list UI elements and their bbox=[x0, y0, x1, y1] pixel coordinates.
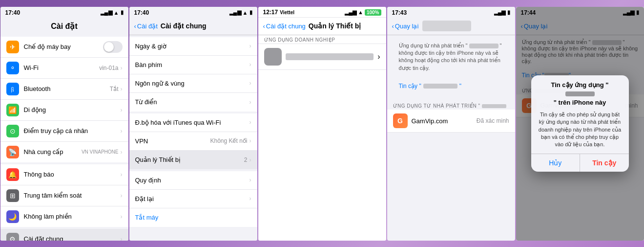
datetime-label: Ngày & giờ bbox=[135, 43, 249, 50]
gamvip-status-4: Đã xác minh bbox=[477, 117, 509, 124]
wifi-chevron: › bbox=[121, 65, 123, 71]
rules-label: Quy định bbox=[135, 177, 249, 184]
enterprise-app-row[interactable]: › bbox=[258, 44, 386, 70]
status-icons-2: ▂▄▆ ▲ ▮ bbox=[229, 9, 252, 16]
general-chevron: › bbox=[121, 236, 123, 241]
list-item-notif[interactable]: 🔔 Thông báo › bbox=[0, 164, 128, 185]
list-item-shutoff[interactable]: Tắt máy bbox=[129, 208, 257, 227]
status-icons-1: ▂▄▆ ▲ ▮ bbox=[101, 9, 124, 16]
status-bar-1: 17:40 ▂▄▆ ▲ ▮ bbox=[0, 7, 128, 18]
general-list-group-3: Quy định › Đặt lại › Tắt máy bbox=[129, 171, 257, 227]
device-mgmt-value: 2 bbox=[244, 157, 248, 163]
list-item-datetime[interactable]: Ngày & giờ › bbox=[129, 37, 257, 56]
trust-link-btn[interactable]: Tin cậy " " bbox=[393, 81, 467, 91]
trust-desc-wrapper: Ứng dụng từ nhà phát triển " " không đượ… bbox=[387, 35, 515, 79]
wifi-icon-3: ▲ bbox=[358, 9, 363, 15]
signal-icon-3: ▂▄▆ bbox=[345, 9, 356, 16]
list-item-dnd[interactable]: 🌙 Không làm phiền › bbox=[0, 206, 128, 227]
back-btn-4[interactable]: ‹ Quay lại bbox=[392, 22, 419, 30]
nav-title-2: Cài đặt chung bbox=[161, 22, 207, 30]
carrier-icon: 📡 bbox=[6, 146, 19, 158]
dialog-title: Tin cậy ứng dụng " " trên iPhone này bbox=[531, 75, 629, 109]
status-bar-2: 17:40 ▂▄▆ ▲ ▮ bbox=[129, 7, 257, 18]
list-item-hotspot[interactable]: ⊙ Điểm truy cập cá nhân › bbox=[0, 121, 128, 142]
list-item-lang[interactable]: Ngôn ngữ & vùng › bbox=[129, 74, 257, 93]
vpn-label: VPN bbox=[135, 137, 210, 145]
notif-icon: 🔔 bbox=[6, 168, 19, 181]
back-btn-3[interactable]: ‹ Cài đặt chung bbox=[263, 22, 306, 30]
list-item-carrier[interactable]: 📡 Nhà cung cấp VN VINAPHONE › bbox=[0, 142, 128, 162]
nav-bar-3: ‹ Cài đặt chung Quản lý Thiết bị bbox=[258, 18, 386, 35]
dialog-confirm-btn[interactable]: Tin cậy bbox=[580, 154, 629, 172]
settings-list-2: Ngày & giờ › Bàn phím › Ngôn ngữ & vùng … bbox=[129, 35, 257, 241]
trust-desc: Ứng dụng từ nhà phát triển " " không đượ… bbox=[393, 39, 509, 75]
list-item-keyboard[interactable]: Bàn phím › bbox=[129, 56, 257, 74]
wifi-icon-2: ▲ bbox=[243, 10, 248, 16]
nav-bar-4: ‹ Quay lại bbox=[387, 18, 515, 35]
vpn-chevron: › bbox=[249, 137, 251, 144]
mobile-icon: 📶 bbox=[6, 104, 19, 116]
hotspot-chevron: › bbox=[121, 128, 123, 135]
list-item-mobile[interactable]: 📶 Di động › bbox=[0, 100, 128, 121]
list-item-reset[interactable]: Đặt lại › bbox=[129, 190, 257, 208]
datetime-chevron: › bbox=[249, 43, 251, 49]
screen-trust: 17:43 ▂▄▆ ▮ ‹ Quay lại Ứng dụng từ nhà p… bbox=[387, 7, 515, 241]
dict-label: Từ điển bbox=[135, 98, 249, 106]
list-item-wifi[interactable]: ⚬ Wi-Fi vin-01a › bbox=[0, 58, 128, 79]
hotspot-label: Điểm truy cập cá nhân bbox=[24, 127, 121, 135]
lang-chevron: › bbox=[249, 80, 251, 87]
control-label: Trung tâm kiểm soát bbox=[24, 192, 121, 199]
dnd-icon: 🌙 bbox=[6, 210, 19, 223]
list-item-dict[interactable]: Từ điển › bbox=[129, 93, 257, 112]
carrier-label: Nhà cung cấp bbox=[24, 148, 82, 156]
reset-label: Đặt lại bbox=[135, 195, 249, 202]
device-mgmt-label: Quản lý Thiết bị bbox=[135, 156, 244, 163]
status-icons-4: ▂▄▆ ▮ bbox=[494, 9, 510, 16]
list-item-rules[interactable]: Quy định › bbox=[129, 171, 257, 190]
nav-title-4-blurred bbox=[422, 21, 471, 31]
list-group-1: ✈ Chế độ máy bay ⚬ Wi-Fi vin-01a › ꞵ Blu… bbox=[0, 37, 128, 162]
back-btn-2[interactable]: ‹ Cài đặt bbox=[134, 22, 158, 30]
signal-icon-2: ▂▄▆ bbox=[229, 9, 241, 16]
trust-dialog-box: Tin cậy ứng dụng " " trên iPhone này Tin… bbox=[531, 75, 629, 172]
general-list-group-1: Ngày & giờ › Bàn phím › Ngôn ngữ & vùng … bbox=[129, 37, 257, 112]
reset-chevron: › bbox=[249, 195, 251, 202]
dnd-chevron: › bbox=[121, 213, 123, 220]
back-chevron-2: ‹ bbox=[134, 22, 136, 30]
wifi-label: Wi-Fi bbox=[24, 64, 100, 71]
signal-icon-4: ▂▄▆ bbox=[494, 9, 506, 16]
bt-value: Tắt bbox=[110, 86, 119, 92]
trust-link-wrapper: Tin cậy " " bbox=[387, 79, 515, 95]
list-item-vpn[interactable]: VPN Không Kết nối › bbox=[129, 132, 257, 151]
list-item-bt[interactable]: ꞵ Bluetooth Tắt › bbox=[0, 79, 128, 100]
list-item-control[interactable]: ⊞ Trung tâm kiểm soát › bbox=[0, 185, 128, 206]
list-group-3: ⚙ Cài đặt chung › ◑ Màn hình & độ sáng › bbox=[0, 229, 128, 241]
nav-bar-2: ‹ Cài đặt Cài đặt chung bbox=[129, 18, 257, 35]
rules-chevron: › bbox=[249, 177, 251, 183]
battery-icon: ▮ bbox=[121, 9, 124, 16]
battery-icon-4: ▮ bbox=[507, 9, 510, 16]
carrier-name-3: Viettel bbox=[280, 10, 294, 15]
screen-trust-dialog: 17:44 ▂▄▆ ▮ ‹ Quay lại Ứng dụng từ nhà p… bbox=[516, 7, 644, 241]
airplane-toggle[interactable] bbox=[103, 41, 123, 53]
list-item-general[interactable]: ⚙ Cài đặt chung › bbox=[0, 229, 128, 241]
itunes-chevron: › bbox=[249, 119, 251, 126]
dialog-cancel-btn[interactable]: Hủy bbox=[531, 154, 581, 172]
itunes-label: Đ.bộ hóa với iTunes qua Wi-Fi bbox=[135, 119, 249, 126]
status-icons-3: ▂▄▆ ▲ 100% bbox=[345, 9, 381, 16]
list-item-itunes-sync[interactable]: Đ.bộ hóa với iTunes qua Wi-Fi › bbox=[129, 113, 257, 132]
dict-chevron: › bbox=[249, 99, 251, 106]
gamvip-row-4[interactable]: G GamVip.com Đã xác minh bbox=[387, 110, 515, 133]
general-list-group-2: Đ.bộ hóa với iTunes qua Wi-Fi › VPN Khôn… bbox=[129, 113, 257, 169]
keyboard-chevron: › bbox=[249, 61, 251, 68]
carrier-chevron: › bbox=[121, 149, 123, 156]
list-item-device-mgmt[interactable]: Quản lý Thiết bị 2 › bbox=[129, 151, 257, 169]
gamvip-icon-4: G bbox=[393, 113, 408, 128]
time-1: 17:40 bbox=[5, 9, 21, 16]
keyboard-label: Bàn phím bbox=[135, 61, 249, 68]
general-label: Cài đặt chung bbox=[24, 235, 121, 241]
device-mgmt-chevron: › bbox=[249, 157, 251, 163]
list-item-airplane[interactable]: ✈ Chế độ máy bay bbox=[0, 37, 128, 58]
back-chevron-4: ‹ bbox=[392, 22, 394, 30]
screens-container: 17:40 ▂▄▆ ▲ ▮ Cài đặt ✈ Chế độ máy bay ⚬… bbox=[0, 0, 644, 247]
